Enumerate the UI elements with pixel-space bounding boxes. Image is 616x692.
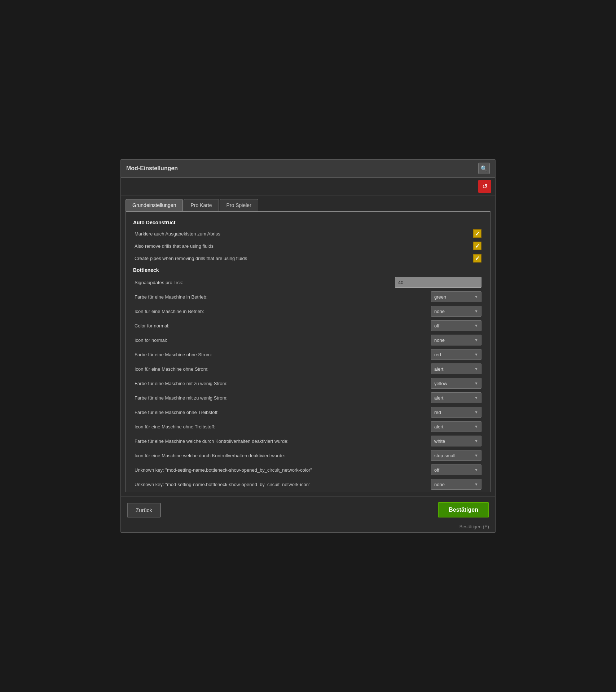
label-color-circuit-disabled: Farbe für eine Maschine welche durch Kon… <box>135 438 431 444</box>
dropdown-color-circuit-disabled[interactable]: white ▼ <box>431 436 481 446</box>
dropdown-value-unknown-opened-color: off <box>434 467 439 473</box>
setting-row-icon-normal: Icon for normal: none ▼ <box>133 333 483 347</box>
chevron-down-icon: ▼ <box>474 338 478 342</box>
chevron-down-icon: ▼ <box>474 424 478 429</box>
footer: Zurück Bestätigen <box>121 497 495 523</box>
chevron-down-icon: ▼ <box>474 439 478 443</box>
setting-row-color-no-fuel: Farbe für eine Maschine ohne Treibstoff:… <box>133 405 483 419</box>
label-color-no-fuel: Farbe für eine Maschine ohne Treibstoff: <box>135 410 431 415</box>
control-color-circuit-disabled: white ▼ <box>431 436 481 446</box>
dropdown-icon-no-fuel[interactable]: alert ▼ <box>431 421 481 432</box>
control-icon-no-power: alert ▼ <box>431 363 481 374</box>
dropdown-value-color-circuit-disabled: white <box>434 438 445 444</box>
setting-row-unknown-closed-color: Unknown key: "mod-setting-name.bottlenec… <box>133 492 483 492</box>
chevron-down-icon: ▼ <box>474 295 478 299</box>
dropdown-icon-circuit-disabled[interactable]: stop small ▼ <box>431 450 481 461</box>
setting-row-create-pipes-drills: Create pipes when removing drills that a… <box>133 252 483 264</box>
chevron-down-icon: ▼ <box>474 410 478 414</box>
modal-window: Mod-Einstellungen 🔍 ↺ Grundeinstellungen… <box>120 159 496 533</box>
control-icon-normal: none ▼ <box>431 335 481 345</box>
dropdown-value-icon-normal: none <box>434 338 445 343</box>
tab-pro-karte[interactable]: Pro Karte <box>184 199 219 211</box>
control-color-betrieb: green ▼ <box>431 291 481 302</box>
dropdown-value-icon-no-power: alert <box>434 366 443 372</box>
tab-grundeinstellungen[interactable]: Grundeinstellungen <box>126 199 183 211</box>
tab-pro-spieler[interactable]: Pro Spieler <box>220 199 258 211</box>
label-remove-drills-fluids: Also remove drills that are using fluids <box>135 243 473 249</box>
control-color-no-power: red ▼ <box>431 349 481 360</box>
checkbox-create-pipes-drills[interactable] <box>473 254 481 263</box>
window-title: Mod-Einstellungen <box>126 165 178 172</box>
setting-row-unknown-opened-icon: Unknown key: "mod-setting-name.bottlenec… <box>133 477 483 492</box>
checkbox-mark-output-chests[interactable] <box>473 229 481 238</box>
label-unknown-opened-icon: Unknown key: "mod-setting-name.bottlenec… <box>135 482 431 487</box>
setting-row-unknown-opened-color: Unknown key: "mod-setting-name.bottlenec… <box>133 463 483 477</box>
search-button[interactable]: 🔍 <box>478 163 490 174</box>
chevron-down-icon: ▼ <box>474 468 478 472</box>
chevron-down-icon: ▼ <box>474 482 478 486</box>
label-signal-updates: Signalupdates pro Tick: <box>135 280 395 285</box>
dropdown-value-color-normal: off <box>434 323 439 329</box>
content-area: Auto Deconstruct Markiere auch Ausgabeki… <box>126 211 490 492</box>
reset-button[interactable]: ↺ <box>478 180 491 193</box>
dropdown-icon-no-power[interactable]: alert ▼ <box>431 363 481 374</box>
control-color-low-power: yellow ▼ <box>431 378 481 389</box>
control-icon-low-power: alert ▼ <box>431 392 481 403</box>
dropdown-value-color-betrieb: green <box>434 294 446 300</box>
dropdown-color-no-fuel[interactable]: red ▼ <box>431 407 481 418</box>
chevron-down-icon: ▼ <box>474 367 478 371</box>
dropdown-icon-normal[interactable]: none ▼ <box>431 335 481 345</box>
dropdown-value-color-no-fuel: red <box>434 410 441 415</box>
dropdown-color-no-power[interactable]: red ▼ <box>431 349 481 360</box>
label-icon-circuit-disabled: Icon für eine Maschine welche durch Kont… <box>135 453 431 458</box>
dropdown-value-color-low-power: yellow <box>434 381 447 386</box>
section-title-auto-deconstruct: Auto Deconstruct <box>133 220 483 225</box>
setting-row-icon-low-power: Farbe für eine Maschine mit zu wenig Str… <box>133 391 483 405</box>
label-icon-low-power: Farbe für eine Maschine mit zu wenig Str… <box>135 395 431 401</box>
setting-row-color-no-power: Farbe für eine Maschine ohne Strom: red … <box>133 347 483 362</box>
label-color-betrieb: Farbe für eine Maschine in Betrieb: <box>135 294 431 300</box>
setting-row-signal-updates: Signalupdates pro Tick: <box>133 275 483 290</box>
dropdown-unknown-opened-color[interactable]: off ▼ <box>431 464 481 475</box>
dropdown-color-betrieb[interactable]: green ▼ <box>431 291 481 302</box>
control-icon-circuit-disabled: stop small ▼ <box>431 450 481 461</box>
control-remove-drills-fluids <box>473 242 481 250</box>
control-icon-no-fuel: alert ▼ <box>431 421 481 432</box>
label-unknown-opened-color: Unknown key: "mod-setting-name.bottlenec… <box>135 467 431 473</box>
dropdown-unknown-opened-icon[interactable]: none ▼ <box>431 479 481 490</box>
control-create-pipes-drills <box>473 254 481 263</box>
setting-row-color-low-power: Farbe für eine Maschine mit zu wenig Str… <box>133 376 483 391</box>
chevron-down-icon: ▼ <box>474 396 478 400</box>
reset-icon: ↺ <box>482 182 488 190</box>
dropdown-value-unknown-opened-icon: none <box>434 482 445 487</box>
control-signal-updates <box>395 277 481 288</box>
chevron-down-icon: ▼ <box>474 323 478 328</box>
chevron-down-icon: ▼ <box>474 381 478 385</box>
dropdown-color-low-power[interactable]: yellow ▼ <box>431 378 481 389</box>
setting-row-icon-circuit-disabled: Icon für eine Maschine welche durch Kont… <box>133 448 483 463</box>
dropdown-icon-low-power[interactable]: alert ▼ <box>431 392 481 403</box>
chevron-down-icon: ▼ <box>474 453 478 458</box>
reset-bar: ↺ <box>121 178 495 195</box>
dropdown-value-icon-betrieb: none <box>434 309 445 314</box>
setting-row-mark-output-chests: Markiere auch Ausgabekisten zum Abriss <box>133 228 483 240</box>
confirm-button[interactable]: Bestätigen <box>438 502 489 517</box>
dropdown-icon-betrieb[interactable]: none ▼ <box>431 306 481 317</box>
dropdown-color-normal[interactable]: off ▼ <box>431 320 481 331</box>
label-color-no-power: Farbe für eine Maschine ohne Strom: <box>135 352 431 357</box>
setting-row-color-circuit-disabled: Farbe für eine Maschine welche durch Kon… <box>133 434 483 448</box>
back-button[interactable]: Zurück <box>127 503 161 517</box>
control-unknown-opened-icon: none ▼ <box>431 479 481 490</box>
scrollable-content[interactable]: Auto Deconstruct Markiere auch Ausgabeki… <box>126 212 490 492</box>
setting-row-icon-no-power: Icon für eine Maschine ohne Strom: alert… <box>133 362 483 376</box>
control-color-normal: off ▼ <box>431 320 481 331</box>
title-bar: Mod-Einstellungen 🔍 <box>121 160 495 178</box>
checkbox-remove-drills-fluids[interactable] <box>473 242 481 250</box>
setting-row-color-normal: Color for normal: off ▼ <box>133 318 483 333</box>
setting-row-icon-no-fuel: Icon für eine Maschine ohne Treibstoff: … <box>133 419 483 434</box>
control-icon-betrieb: none ▼ <box>431 306 481 317</box>
setting-row-remove-drills-fluids: Also remove drills that are using fluids <box>133 240 483 252</box>
input-signal-updates[interactable] <box>395 277 481 288</box>
control-color-no-fuel: red ▼ <box>431 407 481 418</box>
label-icon-no-fuel: Icon für eine Maschine ohne Treibstoff: <box>135 424 431 429</box>
